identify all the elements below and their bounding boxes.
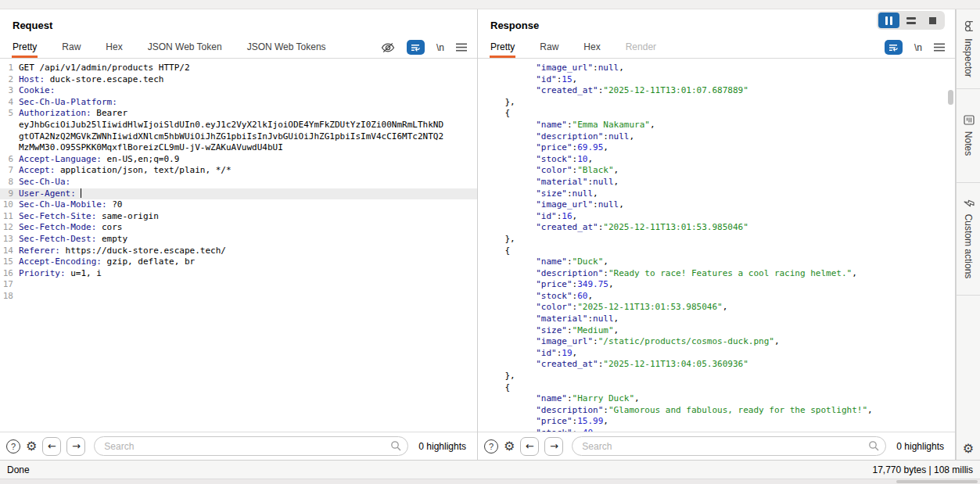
text-cursor <box>81 188 81 198</box>
bottom-scrollbar-thumb[interactable] <box>896 480 978 483</box>
code-line: "image_url":null, <box>478 63 955 74</box>
response-tab-bar: PrettyRawHexRender \n <box>478 38 955 59</box>
code-line: "material":null, <box>478 314 955 325</box>
code-line: 3Cookie: <box>0 85 477 97</box>
request-panel-title: Request <box>0 9 477 38</box>
response-panel: Response PrettyRawHexRender \n "image_ur… <box>478 9 956 460</box>
response-metrics: 17,770 bytes | 108 millis <box>872 464 973 475</box>
tab-render[interactable]: Render <box>625 38 657 58</box>
right-sidebar: Inspector Notes Custom actions ⚙ <box>956 9 980 460</box>
response-highlight-count: 0 highlights <box>892 441 946 452</box>
code-line: MzMwM30.O95SPKK0MqxflBoreizCL9mU-jV-wZAK… <box>0 142 477 154</box>
show-newlines-icon[interactable]: \n <box>914 42 922 53</box>
sidebar-settings-gear-icon[interactable]: ⚙ <box>963 443 974 455</box>
notes-icon <box>962 115 975 125</box>
sidebar-tab-custom-actions[interactable]: Custom actions <box>958 182 978 295</box>
tab-raw[interactable]: Raw <box>539 38 559 58</box>
tab-pretty[interactable]: Pretty <box>12 38 38 58</box>
code-line: { <box>478 108 955 120</box>
search-prev-button[interactable]: ← <box>520 437 539 456</box>
request-editor[interactable]: 1GET /api/v1/admin/products HTTP/22Host:… <box>0 59 477 432</box>
code-line: "price":15.99, <box>478 416 955 428</box>
response-tabs: PrettyRawHexRender <box>490 38 657 58</box>
code-line: 2Host: duck-store.escape.tech <box>0 74 477 86</box>
custom-actions-lightning-icon <box>962 199 975 208</box>
tab-hex[interactable]: Hex <box>105 38 123 58</box>
code-line: }, <box>478 371 955 382</box>
sidebar-tab-label: Inspector <box>963 38 974 77</box>
code-line: 13Sec-Fetch-Dest: empty <box>0 234 477 246</box>
response-search-input[interactable] <box>572 436 886 456</box>
request-tabs: PrettyRawHexJSON Web TokenJSON Web Token… <box>12 38 327 58</box>
search-icon[interactable] <box>390 440 401 454</box>
menu-icon[interactable] <box>934 43 945 52</box>
request-search-input[interactable] <box>94 436 408 456</box>
word-wrap-toggle-icon[interactable] <box>407 40 425 55</box>
help-icon[interactable]: ? <box>484 439 498 454</box>
response-viewer[interactable]: "image_url":null, "id":15, "created_at":… <box>478 59 955 432</box>
code-line: 6Accept-Language: en-US,en;q=0.9 <box>0 154 477 166</box>
menu-icon[interactable] <box>456 43 467 52</box>
response-search-bar: ? ⚙ ← → 0 highlights <box>478 432 955 460</box>
code-line: 9User-Agent: <box>0 188 477 200</box>
code-line: 1GET /api/v1/admin/products HTTP/2 <box>0 63 477 74</box>
code-line: "name":"Harry Duck", <box>478 393 955 405</box>
search-settings-gear-icon[interactable]: ⚙ <box>504 440 515 453</box>
tab-json-web-tokens[interactable]: JSON Web Tokens <box>246 38 327 58</box>
search-icon[interactable] <box>868 440 879 454</box>
tab-hex[interactable]: Hex <box>583 38 601 58</box>
code-line: 14Referer: https://duck-store.escape.tec… <box>0 246 477 257</box>
tab-raw[interactable]: Raw <box>61 38 81 58</box>
word-wrap-toggle-icon[interactable] <box>885 40 903 55</box>
sidebar-tab-notes[interactable]: Notes <box>958 88 978 182</box>
status-message: Done <box>7 464 30 475</box>
single-view-button[interactable] <box>922 13 943 28</box>
code-line: "image_url":"/static/products/cosmos-duc… <box>478 336 955 348</box>
code-line: "color":"2025-12-11T13:01:53.985046", <box>478 302 955 314</box>
sidebar-tab-label: Notes <box>963 131 974 156</box>
code-line: 16Priority: u=1, i <box>0 268 477 280</box>
code-line: }, <box>478 234 955 246</box>
code-line: 5Authorization: Bearer <box>0 108 477 120</box>
code-line: "stock":60, <box>478 291 955 303</box>
columns-view-button[interactable] <box>878 13 899 28</box>
code-line: "color":"Black", <box>478 165 955 177</box>
code-line: "id":19, <box>478 348 955 360</box>
code-line: "image_url":null, <box>478 199 955 211</box>
code-line: "size":"Medium", <box>478 325 955 337</box>
code-line: "stock":10, <box>478 154 955 166</box>
code-line: "stock":-40, <box>478 428 955 432</box>
code-line: eyJhbGciOiJub25lIiwidHlwIjoiSldUIn0.eyJ1… <box>0 120 477 131</box>
code-line: "id":15, <box>478 74 955 86</box>
bottom-scrollbar <box>0 479 980 484</box>
response-scrollbar-thumb[interactable] <box>948 90 953 105</box>
layout-switcher <box>877 11 945 30</box>
code-line: }, <box>478 97 955 109</box>
code-line: "description":"Glamorous and fabulous, r… <box>478 405 955 417</box>
tab-pretty[interactable]: Pretty <box>490 38 515 58</box>
hide-eye-icon[interactable] <box>381 42 395 53</box>
code-line: 10Sec-Ch-Ua-Mobile: ?0 <box>0 199 477 211</box>
code-line: "price":349.75, <box>478 279 955 291</box>
sidebar-tab-inspector[interactable]: Inspector <box>958 9 978 88</box>
code-line: 18 <box>0 291 477 303</box>
code-line: "name":"Duck", <box>478 256 955 268</box>
search-next-button[interactable]: → <box>66 437 85 456</box>
request-panel: Request PrettyRawHexJSON Web TokenJSON W… <box>0 9 478 460</box>
code-line: "material":null, <box>478 177 955 188</box>
code-line: 11Sec-Fetch-Site: same-origin <box>0 211 477 223</box>
request-highlight-count: 0 highlights <box>414 441 468 452</box>
help-icon[interactable]: ? <box>6 439 20 454</box>
code-line: 17 <box>0 279 477 291</box>
show-newlines-icon[interactable]: \n <box>436 42 444 53</box>
search-settings-gear-icon[interactable]: ⚙ <box>26 440 37 453</box>
request-tab-bar: PrettyRawHexJSON Web TokenJSON Web Token… <box>0 38 477 59</box>
tab-json-web-token[interactable]: JSON Web Token <box>147 38 223 58</box>
search-next-button[interactable]: → <box>544 437 563 456</box>
rows-view-button[interactable] <box>900 13 921 28</box>
inspector-icon <box>962 20 975 32</box>
response-search-wrap <box>572 436 886 456</box>
code-line: 12Sec-Fetch-Mode: cors <box>0 222 477 234</box>
code-line: 7Accept: application/json, text/plain, *… <box>0 165 477 177</box>
search-prev-button[interactable]: ← <box>42 437 61 456</box>
